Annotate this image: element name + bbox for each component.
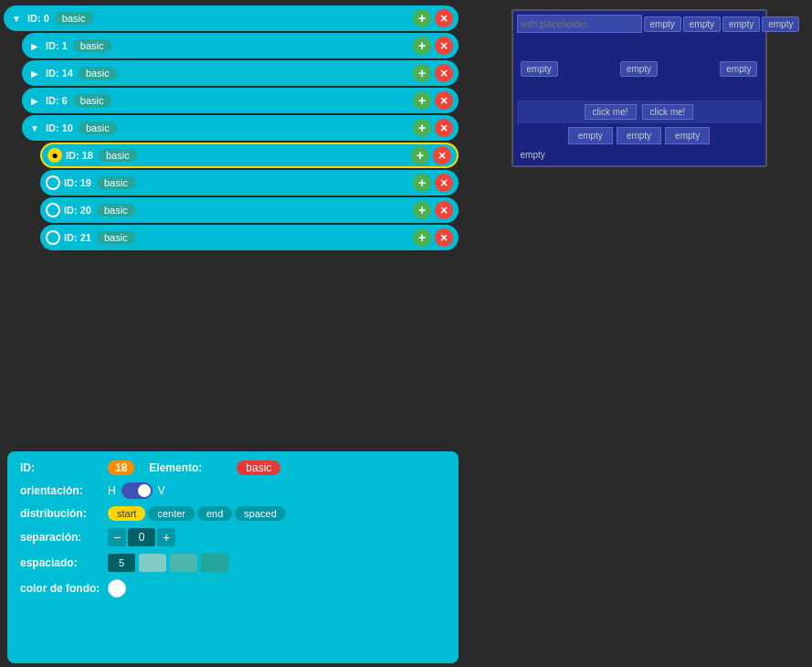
row-actions: + ×	[413, 201, 453, 219]
row-id: ID: 6	[46, 95, 68, 106]
properties-panel: ID: 18 Elemento: basic orientación: H V …	[7, 451, 459, 663]
dist-end-button[interactable]: end	[197, 506, 232, 521]
add-button[interactable]: +	[411, 146, 429, 164]
preview-empty-btn-3[interactable]: empty	[722, 16, 760, 32]
tree-row[interactable]: ▶ ID: 6 basic + ×	[22, 88, 459, 113]
preview-input[interactable]	[517, 15, 642, 33]
right-panel: empty empty empty empty empty empty empt…	[466, 0, 812, 667]
sep-minus-button[interactable]: −	[108, 528, 126, 546]
spacing-color-2	[170, 554, 197, 572]
tag-badge: basic	[97, 231, 135, 244]
circle-icon	[46, 230, 60, 245]
separation-row: separación: − +	[20, 528, 446, 546]
dist-center-button[interactable]: center	[148, 506, 195, 521]
preview-empty-btn-4[interactable]: empty	[762, 16, 799, 32]
sep-value-input[interactable]	[128, 528, 155, 546]
tree-row[interactable]: ▼ ID: 0 basic + ×	[4, 5, 459, 31]
orientation-toggle[interactable]	[121, 482, 153, 499]
row-actions: + ×	[411, 146, 451, 164]
spacing-value-input[interactable]	[108, 554, 135, 572]
tag-badge: basic	[55, 12, 93, 25]
add-button[interactable]: +	[413, 37, 431, 55]
add-button[interactable]: +	[413, 228, 431, 247]
spacing-inputs	[108, 554, 228, 572]
delete-button[interactable]: ×	[435, 9, 453, 27]
delete-button[interactable]: ×	[435, 174, 453, 192]
row-id: ID: 1	[46, 40, 68, 51]
background-color-label: color de fondo:	[20, 582, 102, 595]
tag-badge: basic	[99, 149, 137, 162]
color-picker[interactable]	[108, 579, 126, 598]
click-me-btn-2[interactable]: click me!	[642, 104, 694, 120]
spacing-row: espaciado:	[20, 554, 446, 572]
circle-icon	[46, 203, 60, 217]
element-label: Elemento:	[149, 461, 231, 474]
preview-container: empty empty empty empty empty empty empt…	[511, 9, 767, 167]
tree-row[interactable]: ID: 20 basic + ×	[40, 197, 459, 223]
distribution-row: distribución: start center end spaced	[20, 506, 446, 521]
delete-button[interactable]: ×	[435, 37, 453, 55]
delete-button[interactable]: ×	[435, 64, 453, 82]
sep-plus-button[interactable]: +	[157, 528, 175, 546]
expand-arrow-icon[interactable]: ▼	[9, 11, 24, 26]
orientation-row: orientación: H V	[20, 482, 446, 499]
tree-row[interactable]: ● ID: 18 basic + ×	[40, 143, 459, 168]
row-id: ID: 0	[27, 13, 49, 24]
tag-badge: basic	[97, 204, 135, 217]
add-button[interactable]: +	[413, 201, 431, 219]
delete-button[interactable]: ×	[435, 91, 453, 110]
orient-h: H	[108, 484, 116, 497]
tag-badge: basic	[79, 122, 117, 134]
expand-arrow-icon[interactable]: ▶	[27, 38, 42, 53]
delete-button[interactable]: ×	[435, 201, 453, 219]
row-actions: + ×	[413, 9, 453, 27]
distribution-buttons: start center end spaced	[108, 506, 286, 521]
preview-mid-right[interactable]: empty	[720, 61, 757, 77]
row-id: ID: 19	[64, 177, 91, 188]
id-value: 18	[108, 461, 134, 475]
tree-row[interactable]: ID: 19 basic + ×	[40, 170, 459, 196]
dist-start-button[interactable]: start	[108, 506, 145, 521]
id-label: ID:	[20, 461, 102, 474]
preview-click-row: click me! click me!	[517, 101, 762, 123]
spacing-color-1	[139, 554, 166, 572]
preview-empty-btn-1[interactable]: empty	[644, 16, 681, 32]
tree-area: ▼ ID: 0 basic + × ▶ ID: 1 basic + × ▶ ID…	[0, 0, 466, 448]
row-actions: + ×	[413, 91, 453, 110]
add-button[interactable]: +	[413, 174, 431, 192]
add-button[interactable]: +	[413, 91, 431, 110]
add-button[interactable]: +	[413, 119, 431, 137]
dist-spaced-button[interactable]: spaced	[235, 506, 285, 521]
preview-mid-center[interactable]: empty	[620, 61, 658, 77]
delete-button[interactable]: ×	[435, 228, 453, 247]
tree-row[interactable]: ▶ ID: 1 basic + ×	[22, 33, 459, 58]
delete-button[interactable]: ×	[435, 119, 453, 137]
id-element-row: ID: 18 Elemento: basic	[20, 461, 446, 475]
preview-mid-left[interactable]: empty	[521, 61, 558, 77]
preview-status: empty	[517, 148, 762, 162]
tree-row[interactable]: ID: 21 basic + ×	[40, 225, 459, 250]
row-id: ID: 18	[66, 150, 93, 161]
click-me-btn-1[interactable]: click me!	[585, 104, 637, 120]
separation-stepper: − +	[108, 528, 175, 546]
active-circle-icon: ●	[47, 148, 62, 163]
tree-row[interactable]: ▼ ID: 10 basic + ×	[22, 115, 459, 141]
spacing-label: espaciado:	[20, 556, 102, 569]
tag-badge: basic	[73, 94, 111, 107]
orientation-label: orientación:	[20, 484, 102, 497]
row-actions: + ×	[413, 174, 453, 192]
delete-button[interactable]: ×	[433, 146, 451, 164]
expand-arrow-icon[interactable]: ▼	[27, 121, 42, 135]
preview-bottom-btn-2[interactable]: empty	[617, 127, 661, 144]
preview-bottom-btn-3[interactable]: empty	[665, 127, 710, 144]
add-button[interactable]: +	[413, 64, 431, 82]
preview-empty-btn-2[interactable]: empty	[683, 16, 721, 32]
preview-bottom-row: empty empty empty	[517, 123, 762, 148]
expand-arrow-icon[interactable]: ▶	[27, 66, 42, 80]
expand-arrow-icon[interactable]: ▶	[27, 93, 42, 108]
background-color-row: color de fondo:	[20, 579, 446, 598]
preview-mid-area: empty empty empty	[517, 37, 762, 101]
preview-bottom-btn-1[interactable]: empty	[568, 127, 613, 144]
add-button[interactable]: +	[413, 9, 431, 27]
tree-row[interactable]: ▶ ID: 14 basic + ×	[22, 60, 459, 86]
